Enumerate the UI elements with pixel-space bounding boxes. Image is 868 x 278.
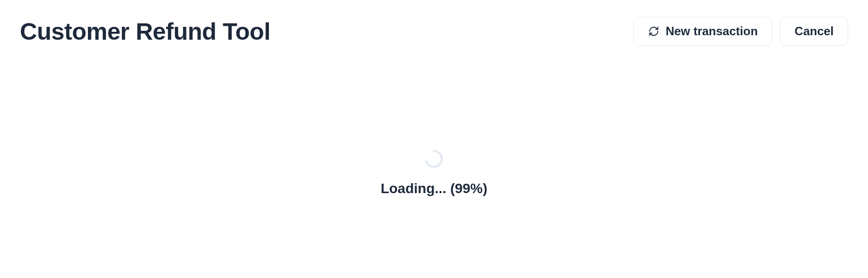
loading-container: Loading... (99%) bbox=[381, 149, 488, 197]
cancel-button[interactable]: Cancel bbox=[780, 17, 848, 46]
refresh-icon bbox=[648, 25, 660, 37]
svg-point-0 bbox=[426, 151, 442, 167]
header-button-group: New transaction Cancel bbox=[633, 17, 848, 46]
page-header: Customer Refund Tool New transaction Can… bbox=[0, 0, 868, 46]
page-title: Customer Refund Tool bbox=[20, 18, 270, 45]
loading-text: Loading... (99%) bbox=[381, 181, 488, 197]
loading-spinner-icon bbox=[424, 149, 444, 169]
new-transaction-label: New transaction bbox=[666, 25, 758, 37]
new-transaction-button[interactable]: New transaction bbox=[633, 17, 772, 46]
cancel-label: Cancel bbox=[794, 25, 834, 37]
